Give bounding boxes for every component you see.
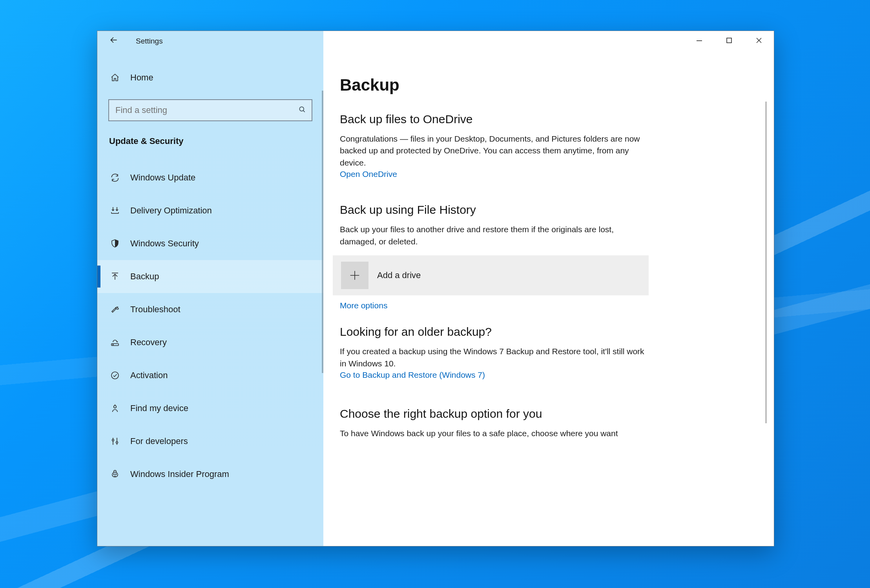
onedrive-body: Congratulations — files in your Desktop,… bbox=[340, 133, 646, 169]
close-button[interactable] bbox=[744, 31, 774, 51]
close-icon bbox=[756, 37, 762, 45]
sidebar-item-label: Windows Update bbox=[130, 173, 195, 183]
settings-window: Settings bbox=[97, 31, 774, 546]
sidebar-nav: Windows UpdateDelivery OptimizationWindo… bbox=[97, 161, 323, 491]
svg-point-4 bbox=[113, 344, 113, 345]
filehistory-title: Back up using File History bbox=[340, 203, 742, 217]
search-input[interactable] bbox=[108, 99, 312, 121]
filehistory-body: Back up your files to another drive and … bbox=[340, 224, 646, 248]
maximize-icon bbox=[726, 37, 732, 45]
wrench-icon bbox=[109, 305, 121, 314]
home-button[interactable]: Home bbox=[97, 67, 323, 88]
section-choose: Choose the right backup option for you T… bbox=[340, 407, 742, 439]
window-controls bbox=[684, 31, 774, 51]
svg-point-10 bbox=[114, 474, 115, 475]
main-pane: Backup Back up files to OneDrive Congrat… bbox=[323, 51, 774, 546]
window-body: Home Update & Security Windows UpdateDel… bbox=[97, 51, 774, 546]
older-body: If you created a backup using the Window… bbox=[340, 346, 646, 370]
sidebar-item-label: Recovery bbox=[130, 337, 167, 348]
open-onedrive-link[interactable]: Open OneDrive bbox=[340, 169, 397, 179]
sidebar-item-label: Delivery Optimization bbox=[130, 206, 212, 216]
svg-point-11 bbox=[116, 474, 117, 475]
sidebar-item-for-developers[interactable]: For developers bbox=[97, 425, 323, 458]
shield-icon bbox=[109, 239, 121, 248]
section-onedrive: Back up files to OneDrive Congratulation… bbox=[340, 113, 742, 179]
window-title: Settings bbox=[136, 37, 163, 46]
download-arrows-icon bbox=[109, 206, 121, 215]
back-button[interactable] bbox=[103, 31, 125, 51]
sidebar-item-windows-insider-program[interactable]: Windows Insider Program bbox=[97, 458, 323, 491]
sidebar-item-troubleshoot[interactable]: Troubleshoot bbox=[97, 293, 323, 326]
section-file-history: Back up using File History Back up your … bbox=[340, 203, 742, 310]
minimize-button[interactable] bbox=[684, 31, 714, 51]
refresh-icon bbox=[109, 173, 121, 182]
add-drive-button[interactable]: Add a drive bbox=[333, 255, 649, 295]
svg-point-8 bbox=[116, 442, 118, 444]
search-icon bbox=[298, 106, 306, 115]
sidebar: Home Update & Security Windows UpdateDel… bbox=[97, 31, 323, 546]
minimize-icon bbox=[696, 37, 702, 45]
sidebar-item-backup[interactable]: Backup bbox=[97, 260, 323, 293]
older-title: Looking for an older backup? bbox=[340, 325, 742, 339]
plus-icon bbox=[341, 262, 368, 289]
svg-rect-0 bbox=[697, 40, 702, 41]
backup-restore-win7-link[interactable]: Go to Backup and Restore (Windows 7) bbox=[340, 370, 485, 380]
more-options-link[interactable]: More options bbox=[340, 301, 387, 310]
sidebar-item-label: Windows Security bbox=[130, 238, 199, 249]
sidebar-item-label: Windows Insider Program bbox=[130, 469, 229, 479]
sidebar-item-label: Find my device bbox=[130, 403, 188, 413]
sidebar-item-windows-update[interactable]: Windows Update bbox=[97, 161, 323, 194]
sidebar-item-recovery[interactable]: Recovery bbox=[97, 326, 323, 359]
sidebar-item-activation[interactable]: Activation bbox=[97, 359, 323, 392]
arrow-up-line-icon bbox=[109, 272, 121, 281]
sliders-icon bbox=[109, 437, 121, 446]
sidebar-item-delivery-optimization[interactable]: Delivery Optimization bbox=[97, 194, 323, 227]
home-label: Home bbox=[130, 73, 153, 83]
main-scrollbar[interactable] bbox=[765, 102, 767, 423]
titlebar[interactable]: Settings bbox=[97, 31, 774, 51]
titlebar-left: Settings bbox=[97, 31, 684, 51]
sidebar-item-label: Troubleshoot bbox=[130, 304, 181, 315]
choose-body: To have Windows back up your files to a … bbox=[340, 428, 646, 439]
sidebar-item-windows-security[interactable]: Windows Security bbox=[97, 227, 323, 260]
bug-face-icon bbox=[109, 470, 121, 479]
add-drive-label: Add a drive bbox=[377, 270, 421, 280]
sidebar-item-find-my-device[interactable]: Find my device bbox=[97, 392, 323, 425]
check-circle-icon bbox=[109, 371, 121, 380]
svg-point-6 bbox=[114, 406, 116, 408]
home-icon bbox=[109, 73, 121, 82]
choose-title: Choose the right backup option for you bbox=[340, 407, 742, 421]
back-arrow-icon bbox=[109, 35, 119, 48]
maximize-button[interactable] bbox=[714, 31, 744, 51]
sidebar-item-label: Activation bbox=[130, 370, 168, 380]
sidebar-item-label: For developers bbox=[130, 436, 188, 446]
svg-point-7 bbox=[112, 439, 114, 441]
person-pin-icon bbox=[109, 404, 121, 413]
sidebar-item-label: Backup bbox=[130, 271, 159, 282]
svg-point-5 bbox=[111, 372, 119, 379]
page-title: Backup bbox=[340, 76, 742, 95]
sidebar-category: Update & Security bbox=[97, 128, 323, 157]
search-field-wrap bbox=[108, 99, 312, 121]
clock-arrow-icon bbox=[109, 338, 121, 347]
section-older-backup: Looking for an older backup? If you crea… bbox=[340, 325, 742, 380]
onedrive-title: Back up files to OneDrive bbox=[340, 113, 742, 126]
svg-rect-1 bbox=[727, 38, 731, 43]
